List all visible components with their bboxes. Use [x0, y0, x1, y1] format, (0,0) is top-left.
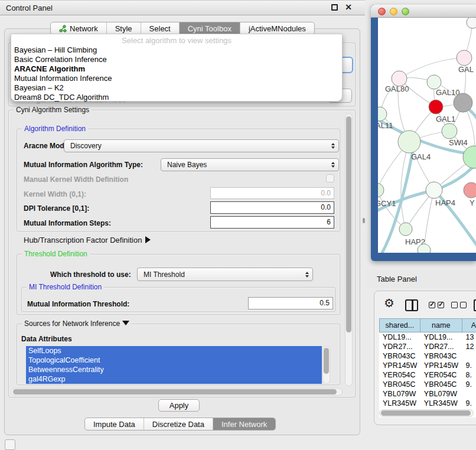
network-node[interactable] — [454, 93, 472, 112]
network-node-label: HAP4 — [435, 198, 455, 207]
mi-steps-label: Mutual Information Steps: — [24, 219, 111, 227]
tab-network[interactable]: Network — [51, 22, 107, 34]
show-columns-icon[interactable] — [429, 302, 444, 308]
mi-threshold-field[interactable]: 0.5 — [248, 297, 333, 309]
apply-button[interactable]: Apply — [158, 399, 200, 412]
manual-kernel-checkbox[interactable] — [326, 174, 334, 182]
table-row[interactable]: YDL19...YDL19...13 — [379, 332, 476, 342]
tab-style[interactable]: Style — [107, 22, 141, 34]
table-column-header[interactable]: name — [420, 318, 462, 332]
table-row[interactable]: YPR145WYPR145W9. — [379, 361, 476, 370]
algorithm-option[interactable]: Bayesian – Hill Climbing — [11, 45, 342, 55]
settings-vertical-scrollbar[interactable] — [345, 113, 353, 386]
hide-columns-icon[interactable] — [451, 302, 467, 308]
network-node[interactable] — [457, 50, 472, 66]
combo-spinner-icon — [304, 268, 310, 281]
tab-infer-network-label: Infer Network — [221, 420, 267, 429]
network-node[interactable] — [442, 123, 457, 139]
panel-resize-handle[interactable] — [363, 218, 365, 223]
mac-minimize-icon[interactable] — [390, 8, 397, 15]
expanded-arrow-icon — [122, 321, 129, 325]
table-cell: YDL19... — [379, 332, 420, 342]
network-node[interactable] — [426, 182, 442, 198]
table-cell: YER054C — [379, 370, 420, 380]
network-node[interactable] — [429, 100, 443, 114]
settings-horizontal-scrollbar[interactable] — [11, 388, 343, 396]
mi-type-combo[interactable]: Naive Bayes — [161, 158, 339, 171]
attribute-item[interactable]: gal4RGexp — [26, 374, 322, 384]
algorithm-option[interactable]: Mutual Information Inference — [11, 74, 342, 83]
combo-spinner-icon — [330, 140, 336, 152]
attribute-item[interactable]: BetweennessCentrality — [26, 365, 322, 374]
table-row[interactable]: YDR27...YDR27...12 — [379, 342, 476, 351]
hub-definition-toggle[interactable]: Hub/Transcription Factor Definition — [24, 236, 151, 244]
table-cell: 13 — [462, 332, 476, 342]
table-cell: YDR27... — [379, 342, 420, 351]
algorithm-option[interactable]: Bayesian – K2 — [11, 83, 342, 93]
network-edge[interactable] — [424, 190, 434, 250]
export-table-icon[interactable] — [474, 299, 476, 311]
attribute-item[interactable]: SelfLoops — [26, 346, 322, 356]
tab-impute-data-label: Impute Data — [93, 420, 135, 429]
algorithm-option[interactable]: Basic Correlation Inference — [11, 55, 342, 64]
collapsed-panel-icon[interactable] — [5, 439, 15, 450]
table-row[interactable]: YBL079WYBL079W — [379, 389, 476, 399]
table-column-header[interactable]: shared... — [379, 318, 420, 332]
network-node[interactable] — [464, 182, 476, 198]
aracne-mode-value: Discovery — [70, 142, 102, 150]
network-node[interactable] — [427, 75, 441, 89]
tab-style-label: Style — [115, 24, 132, 33]
network-node[interactable] — [398, 131, 420, 153]
table-row[interactable]: YER054CYER054C8. — [379, 370, 476, 380]
network-node[interactable] — [399, 223, 412, 236]
table-cell: YDL19... — [420, 332, 462, 342]
table-cell: YBL079W — [379, 389, 420, 399]
mi-steps-field[interactable]: 6 — [210, 216, 334, 229]
network-node[interactable] — [378, 183, 384, 197]
mac-close-icon[interactable] — [378, 8, 386, 15]
attributes-scrollbar[interactable] — [322, 346, 330, 384]
data-attributes-list[interactable]: SelfLoopsTopologicalCoefficientBetweenne… — [26, 346, 322, 384]
split-columns-icon[interactable] — [405, 299, 418, 311]
tab-impute-data[interactable]: Impute Data — [85, 418, 144, 430]
tab-infer-network[interactable]: Infer Network — [213, 418, 275, 430]
table-row[interactable]: YBR043CYBR043C — [379, 351, 476, 361]
gear-icon[interactable]: ⚙ — [384, 297, 395, 309]
network-node[interactable] — [463, 146, 476, 168]
algorithm-option[interactable]: Dream8 DC_TDC Algorithm — [11, 93, 342, 102]
tab-select[interactable]: Select — [141, 22, 180, 34]
table-cell: 12 — [462, 342, 476, 351]
network-node-label: GAL11 — [378, 121, 393, 130]
table-row[interactable]: YLR345WYLR345W9. — [379, 399, 476, 408]
network-node-label: Y — [470, 198, 475, 207]
attribute-item[interactable]: TopologicalCoefficient — [26, 356, 322, 365]
table-column-header[interactable]: A — [462, 318, 476, 332]
kernel-width-field[interactable]: 0.0 — [210, 187, 334, 199]
close-icon[interactable]: ✕ — [345, 3, 352, 11]
network-node[interactable] — [467, 18, 476, 28]
algorithm-option[interactable]: ARACNE Algorithm — [11, 64, 342, 74]
mac-zoom-icon[interactable] — [402, 8, 409, 15]
tab-discretize-data[interactable]: Discretize Data — [144, 418, 213, 430]
aracne-mode-combo[interactable]: Discovery — [64, 139, 339, 152]
network-window-titlebar[interactable] — [371, 5, 476, 18]
dpi-tolerance-field[interactable]: 0.0 — [210, 201, 334, 214]
tab-cyni-toolbox-label: Cyni Toolbox — [188, 24, 232, 33]
tab-cyni-toolbox[interactable]: Cyni Toolbox — [180, 22, 240, 34]
float-window-icon[interactable] — [331, 4, 338, 11]
network-node-label: GAL1 — [436, 115, 455, 123]
table-row[interactable]: YBR045CYBR045C9. — [379, 380, 476, 389]
data-attributes-label: Data Attributes — [21, 335, 72, 343]
kernel-width-label: Kernel Width (0,1): — [24, 190, 86, 198]
table-cell: YPR145W — [420, 361, 462, 370]
network-node-label: GAL80 — [385, 84, 409, 93]
tab-jactivemnodules[interactable]: jActiveMNodules — [240, 22, 314, 34]
table-cell: 8. — [462, 370, 476, 380]
network-canvas[interactable]: GALGAL80GAL10GAL11GAL1GAL4SWI4GCY1HAP4YH… — [378, 18, 476, 253]
bottom-tabstrip: Impute Data Discretize Data Infer Networ… — [84, 418, 276, 431]
node-table[interactable]: shared...nameA YDL19...YDL19...13YDR27..… — [379, 318, 476, 420]
table-cell: 9. — [462, 361, 476, 370]
control-panel-tabstrip: Network Style Select Cyni Toolbox jActiv… — [50, 22, 315, 35]
which-threshold-combo[interactable]: MI Threshold — [137, 268, 313, 281]
table-horizontal-scrollbar[interactable] — [379, 409, 474, 417]
